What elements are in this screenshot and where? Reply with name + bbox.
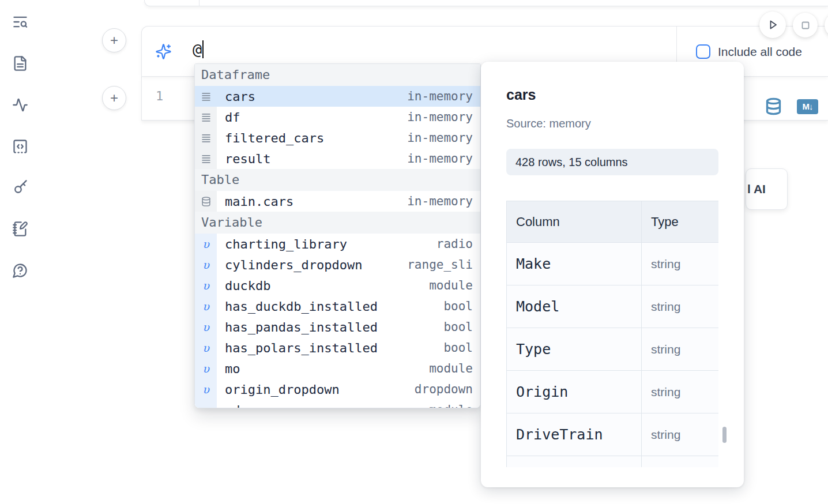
text-caret — [202, 40, 204, 58]
ai-action-button[interactable]: l AI — [746, 168, 788, 210]
autocomplete-item[interactable]: result in-memory — [195, 148, 480, 169]
notebook-app: + + @ Include all code 1 M↓ — [0, 0, 828, 504]
schema-row[interactable]: Make string — [507, 243, 719, 285]
column-header: Column — [507, 201, 642, 243]
autocomplete-item[interactable]: df in-memory — [195, 107, 480, 127]
variable-icon: υ — [202, 383, 209, 396]
autocomplete-item[interactable]: υ has_polars_installed bool — [195, 337, 480, 358]
dataframe-icon — [201, 133, 212, 144]
preview-source: Source: memory — [506, 117, 591, 130]
schema-table-container[interactable]: Column Type Make string Model str — [506, 201, 718, 467]
markdown-icon[interactable]: M↓ — [797, 99, 818, 114]
autocomplete-section-header: Table — [195, 169, 480, 191]
ai-prompt-input[interactable]: @ — [193, 40, 204, 58]
autocomplete-item[interactable]: υ mo module — [195, 358, 480, 379]
key-icon[interactable] — [12, 179, 28, 195]
database-icon[interactable] — [764, 97, 783, 116]
include-all-code-label: Include all code — [718, 45, 802, 59]
snippets-icon[interactable] — [12, 138, 28, 155]
autocomplete-dropdown: Dataframe cars in-memory — [194, 63, 481, 408]
dataframe-icon — [201, 91, 212, 102]
stop-button[interactable] — [793, 13, 818, 37]
schema-table: Column Type Make string Model str — [506, 201, 718, 467]
autocomplete-item[interactable]: υ duckdb module — [195, 275, 480, 296]
line-number: 1 — [156, 89, 163, 103]
schema-row[interactable]: DriveTrain string — [507, 413, 719, 456]
add-cell-above-button[interactable]: + — [102, 28, 126, 52]
include-all-code-checkbox[interactable] — [696, 44, 710, 59]
sidebar — [0, 0, 42, 504]
preview-title: cars — [506, 86, 536, 103]
autocomplete-section-header: Dataframe — [195, 64, 480, 86]
variable-icon: υ — [202, 404, 209, 408]
previous-cell-divider — [199, 0, 200, 6]
play-icon — [766, 18, 780, 32]
variable-icon: υ — [202, 321, 209, 333]
add-cell-below-button[interactable]: + — [102, 86, 126, 110]
variable-icon: υ — [202, 279, 209, 292]
table-scrollbar[interactable] — [722, 427, 727, 443]
previous-cell-edge — [144, 0, 828, 6]
file-icon[interactable] — [12, 55, 28, 72]
toc-search-icon[interactable] — [12, 14, 28, 30]
autocomplete-section-header: Variable — [195, 212, 480, 234]
schema-row[interactable] — [507, 456, 719, 468]
autocomplete-item[interactable]: υ has_duckdb_installed bool — [195, 296, 480, 317]
scratchpad-icon[interactable] — [12, 221, 28, 237]
dataframe-preview-panel: cars Source: memory 428 rows, 15 columns… — [481, 62, 744, 487]
autocomplete-item[interactable]: υ charting_library radio — [195, 234, 480, 254]
activity-icon[interactable] — [12, 97, 28, 113]
variable-icon: υ — [202, 258, 209, 271]
schema-row[interactable]: Origin string — [507, 371, 719, 413]
shape-badge: 428 rows, 15 columns — [506, 149, 718, 175]
variable-icon: υ — [202, 300, 209, 313]
schema-row[interactable]: Model string — [507, 285, 719, 328]
type-header: Type — [642, 201, 719, 243]
autocomplete-item[interactable]: υ cylinders_dropdown range_sli — [195, 254, 480, 275]
autocomplete-item[interactable]: filtered_cars in-memory — [195, 127, 480, 148]
variable-icon: υ — [202, 362, 209, 375]
schema-header-row: Column Type — [507, 201, 719, 243]
sparkles-icon — [155, 43, 172, 60]
help-icon[interactable] — [12, 262, 28, 279]
run-cell-button[interactable] — [759, 12, 786, 38]
autocomplete-item[interactable]: υ pd module — [195, 400, 480, 408]
autocomplete-item[interactable]: υ has_pandas_installed bool — [195, 317, 480, 337]
autocomplete-item[interactable]: cars in-memory — [195, 86, 480, 107]
autocomplete-item[interactable]: υ origin_dropdown dropdown — [195, 379, 480, 400]
variable-icon: υ — [202, 238, 209, 250]
variable-icon: υ — [202, 341, 209, 354]
autocomplete-item[interactable]: main.cars in-memory — [195, 191, 480, 212]
dataframe-icon — [201, 112, 212, 123]
schema-row[interactable]: Type string — [507, 328, 719, 371]
stop-icon — [799, 18, 812, 32]
table-database-icon — [201, 196, 212, 207]
dataframe-icon — [201, 153, 212, 164]
